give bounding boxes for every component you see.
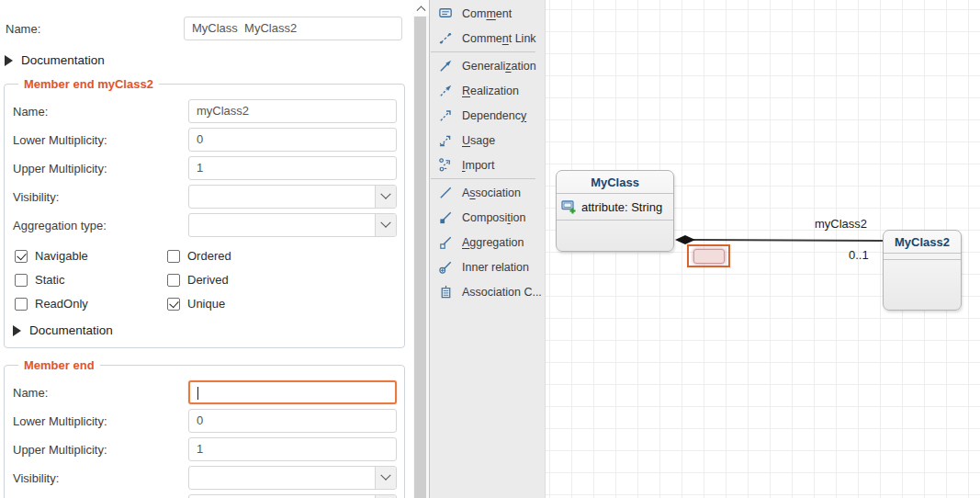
- palette-item-label: Realization: [462, 85, 519, 97]
- palette-item-comment[interactable]: Comment: [430, 1, 545, 26]
- association-icon: [438, 185, 454, 200]
- palette-separator: [431, 51, 535, 52]
- chevron-down-icon: [380, 218, 390, 228]
- aggregation-icon: [438, 234, 454, 250]
- navigable-checkbox[interactable]: [15, 250, 28, 263]
- properties-panel: Name: MyClass MyClass2 Documentation Mem…: [0, 0, 413, 498]
- palette-item-association[interactable]: Association: [430, 180, 545, 205]
- inner-relation-icon: [438, 259, 454, 275]
- operations-compartment[interactable]: [884, 259, 961, 310]
- field-label: Name:: [11, 386, 188, 400]
- unique-checkbox[interactable]: [167, 298, 180, 311]
- member-end-partial-select[interactable]: [188, 494, 397, 498]
- import-icon: [438, 157, 454, 173]
- selected-edge-label-handle[interactable]: [693, 249, 725, 264]
- readonly-checkbox[interactable]: [15, 298, 28, 311]
- generalization-icon: [438, 58, 454, 74]
- palette-item-composition[interactable]: Composition: [430, 205, 545, 230]
- palette-item-label: Association: [462, 187, 521, 199]
- class-node-myclass2[interactable]: MyClass2: [883, 230, 962, 311]
- association-name-input[interactable]: MyClass MyClass2: [184, 17, 402, 40]
- flag-row: Derived: [167, 273, 397, 287]
- palette-item-inner-relation[interactable]: Inner relation: [430, 255, 545, 279]
- form-row: Upper Multiplicity: 1: [11, 437, 397, 461]
- palette-item-label: Composition: [462, 211, 526, 224]
- form-row: Name: myClass2: [11, 99, 397, 123]
- palette-item-label: Comment: [462, 7, 512, 20]
- checkbox-label: Ordered: [187, 249, 231, 263]
- relation-tool-palette: Comment Comment Link Generalization Real…: [429, 0, 546, 498]
- member-end-myclass2-aggregation-type-select[interactable]: composite: [188, 213, 397, 237]
- form-row: Name:: [11, 380, 397, 404]
- ordered-checkbox[interactable]: [167, 250, 180, 263]
- field-label: Lower Multiplicity:: [11, 414, 188, 428]
- palette-item-realization[interactable]: Realization: [430, 78, 545, 103]
- flags-grid: Navigable Ordered Static Derived ReadOnl…: [15, 249, 397, 311]
- class-name: MyClass2: [884, 231, 961, 253]
- member-end-group: Member end Name: Lower Multiplicity: 0 U…: [4, 358, 405, 498]
- usage-icon: [438, 132, 454, 148]
- scrollbar-up-button[interactable]: [413, 0, 429, 16]
- palette-item-label: Dependency: [462, 109, 526, 122]
- class-node-myclass[interactable]: MyClass attribute: String: [556, 170, 674, 252]
- palette-item-import[interactable]: Import: [430, 153, 545, 177]
- palette-item-label: Comment Link: [462, 32, 536, 45]
- member-end-lower-multiplicity-input[interactable]: 0: [188, 409, 397, 433]
- member-end-myclass2-visibility-select[interactable]: public: [188, 185, 397, 209]
- member-end-myclass2-upper-multiplicity-input[interactable]: 1: [188, 156, 397, 180]
- edge-multiplicity-label[interactable]: 0..1: [849, 248, 869, 262]
- palette-item-dependency[interactable]: Dependency: [430, 103, 545, 128]
- dropdown-button[interactable]: [375, 467, 396, 489]
- edge-name-label[interactable]: myClass2: [815, 217, 867, 231]
- member-end-myclass2-name-input[interactable]: myClass2: [188, 99, 397, 123]
- documentation-toggle-label: Documentation: [29, 323, 113, 337]
- attributes-compartment[interactable]: [884, 253, 961, 259]
- member-end-visibility-select[interactable]: public: [188, 466, 397, 490]
- checkbox-label: ReadOnly: [35, 297, 88, 311]
- dropdown-button[interactable]: [375, 186, 396, 208]
- dropdown-button[interactable]: [375, 214, 396, 236]
- palette-item-generalization[interactable]: Generalization: [430, 53, 545, 78]
- diagram-canvas[interactable]: MyClass attribute: String MyClass2 myCla…: [546, 0, 980, 498]
- field-label: Aggregation type:: [11, 219, 188, 232]
- field-label: Visibility:: [11, 190, 188, 204]
- documentation-toggle[interactable]: Documentation: [5, 53, 413, 67]
- operations-compartment[interactable]: [557, 220, 673, 251]
- member-end-legend: Member end: [18, 358, 100, 372]
- member-end-myclass2-lower-multiplicity-input[interactable]: 0: [188, 128, 397, 152]
- comment-icon: [438, 6, 454, 21]
- flag-row: ReadOnly: [15, 297, 167, 311]
- field-label: Visibility:: [11, 471, 188, 485]
- class-name: MyClass: [557, 171, 673, 193]
- checkbox-label: Navigable: [35, 249, 88, 263]
- palette-item-label: Aggregation: [462, 236, 524, 249]
- attribute-row[interactable]: attribute: String: [557, 193, 673, 220]
- palette-separator: [431, 178, 535, 179]
- expander-triangle-icon: [13, 325, 21, 336]
- field-label: Name:: [11, 105, 188, 119]
- panel-scrollbar[interactable]: [413, 0, 429, 498]
- palette-item-label: Generalization: [462, 60, 536, 73]
- palette-item-association-class[interactable]: Association C...: [430, 279, 545, 304]
- palette-item-usage[interactable]: Usage: [430, 128, 545, 153]
- scrollbar-thumb[interactable]: [414, 17, 426, 498]
- composition-icon: [438, 209, 454, 225]
- derived-checkbox[interactable]: [167, 274, 180, 287]
- field-label: Lower Multiplicity:: [11, 133, 188, 147]
- expander-triangle-icon: [5, 55, 13, 66]
- chevron-down-icon: [380, 470, 390, 481]
- chevron-down-icon: [380, 189, 390, 199]
- text-caret: [197, 387, 198, 400]
- selected-edge-label-outline[interactable]: [687, 244, 730, 267]
- flag-row: Static: [15, 273, 167, 287]
- flag-row: Unique: [167, 297, 397, 311]
- member-end-name-input[interactable]: [188, 380, 397, 404]
- documentation-toggle[interactable]: Documentation: [13, 323, 397, 337]
- member-end-upper-multiplicity-input[interactable]: 1: [188, 437, 397, 461]
- palette-item-aggregation[interactable]: Aggregation: [430, 230, 545, 255]
- static-checkbox[interactable]: [15, 274, 28, 287]
- form-row-partial: [11, 494, 397, 498]
- palette-item-comment-link[interactable]: Comment Link: [430, 26, 545, 51]
- checkbox-label: Unique: [187, 297, 225, 311]
- form-row: Aggregation type: composite: [11, 213, 397, 237]
